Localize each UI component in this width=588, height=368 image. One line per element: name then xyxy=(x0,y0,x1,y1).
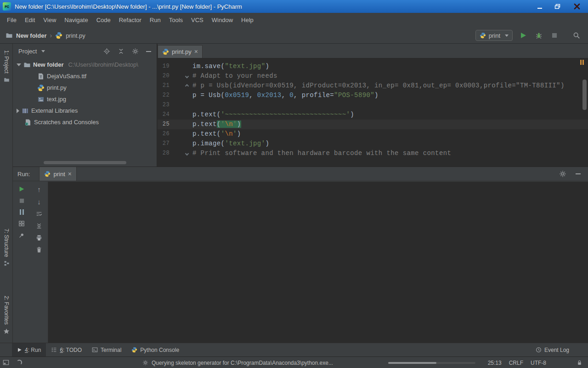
menu-help[interactable]: Help xyxy=(237,13,258,28)
settings-gear-icon[interactable] xyxy=(559,170,566,178)
star-icon xyxy=(3,328,10,334)
minimize-button[interactable] xyxy=(531,0,548,13)
pycharm-logo-icon: PC xyxy=(3,2,11,11)
fold-marker-icon[interactable] xyxy=(185,151,189,155)
menu-window[interactable]: Window xyxy=(208,13,237,28)
settings-gear-icon[interactable] xyxy=(132,48,139,55)
line-number: 22 xyxy=(158,91,170,100)
fold-marker-icon[interactable] xyxy=(185,74,189,78)
breadcrumb-folder[interactable]: New folder xyxy=(16,32,46,39)
editor-tab-print-py[interactable]: print.py xyxy=(158,45,203,58)
chevron-down-icon xyxy=(41,50,45,52)
soft-wrap-button[interactable] xyxy=(36,211,42,217)
restore-layout-button[interactable] xyxy=(18,220,25,227)
code-line[interactable]: 28# Print software and then hardware bar… xyxy=(158,149,588,156)
up-stack-trace-button[interactable]: ↑ xyxy=(37,186,41,193)
code-token: 0 xyxy=(289,92,294,99)
gutter xyxy=(170,100,192,110)
menu-navigate[interactable]: Navigate xyxy=(60,13,92,28)
rerun-button[interactable] xyxy=(18,186,25,192)
tree-row-dejavusans[interactable]: DejaVuSans.ttf xyxy=(13,70,157,82)
menu-view[interactable]: View xyxy=(39,13,60,28)
tree-row-text-jpg[interactable]: text.jpg xyxy=(13,93,157,105)
code-line[interactable]: 25p.text('\n') xyxy=(158,120,588,129)
console-output xyxy=(48,182,588,343)
hide-panel-button[interactable] xyxy=(576,173,581,174)
code-line[interactable]: 19im.save("text.jpg") xyxy=(158,62,588,71)
menu-vcs[interactable]: VCS xyxy=(187,13,208,28)
close-button[interactable] xyxy=(566,0,588,13)
menu-file[interactable]: File xyxy=(3,13,21,28)
toolwindow-todo-button[interactable]: 6: TODO xyxy=(46,343,87,356)
breadcrumb-file[interactable]: print.py xyxy=(66,32,85,39)
collapse-all-button[interactable] xyxy=(118,48,124,55)
tree-row-external-libraries[interactable]: External Libraries xyxy=(13,105,157,116)
editor-scrollbar[interactable] xyxy=(582,80,587,110)
toolwindow-python-console-button[interactable]: Python Console xyxy=(126,343,184,356)
code-line[interactable]: 27p.image('text.jpg') xyxy=(158,139,588,149)
tree-row-new-folder[interactable]: New folder C:\Users\Ibrohim\Desktop\ xyxy=(13,59,157,70)
error-stripe-marks xyxy=(580,60,584,65)
chevron-down-icon[interactable] xyxy=(17,63,21,66)
search-everywhere-icon[interactable] xyxy=(571,30,582,40)
toolwindow-run-button[interactable]: 4: Run xyxy=(12,343,46,356)
caret-position[interactable]: 25:13 xyxy=(488,360,502,366)
event-log-button[interactable]: Event Log xyxy=(531,343,574,356)
gutter xyxy=(170,120,192,129)
code-line[interactable]: 23 xyxy=(158,100,588,110)
file-encoding[interactable]: UTF-8 xyxy=(531,360,546,366)
stop-button[interactable] xyxy=(19,198,25,204)
menu-tools[interactable]: Tools xyxy=(165,13,187,28)
code-token: 0x0519 xyxy=(225,92,249,99)
clear-console-button[interactable] xyxy=(36,247,42,253)
code-text: im.save("text.jpg") xyxy=(192,62,269,71)
run-config-select[interactable]: print xyxy=(475,30,513,41)
pin-tab-button[interactable] xyxy=(18,232,25,239)
print-console-button[interactable] xyxy=(36,235,42,241)
lock-icon[interactable] xyxy=(577,360,582,366)
stripe-favorites-button[interactable]: 2: Favorites xyxy=(0,296,13,334)
stop-button[interactable] xyxy=(549,30,560,40)
code-line[interactable]: 24p.text('~~~~~~~~~~~~~~~~~~~~~~~~~~~~~~… xyxy=(158,110,588,120)
code-line[interactable]: 21# p = Usb(idVendor=0x0519, idProduct=0… xyxy=(158,81,588,91)
code-token: im.save( xyxy=(192,63,225,70)
tree-row-print-py[interactable]: print.py xyxy=(13,82,157,93)
tree-row-scratches[interactable]: Scratches and Consoles xyxy=(13,116,157,128)
code-token: p = Usb( xyxy=(192,92,225,99)
locate-file-button[interactable] xyxy=(103,48,110,55)
close-tab-icon[interactable] xyxy=(68,171,72,178)
pause-output-button[interactable] xyxy=(20,209,24,215)
folder-icon xyxy=(23,61,31,69)
code-area[interactable]: 19im.save("text.jpg")20# Adapt to your n… xyxy=(158,58,588,156)
run-button[interactable] xyxy=(518,30,528,40)
toolwindow-toggle-icon[interactable] xyxy=(3,359,9,366)
down-stack-trace-button[interactable]: ↓ xyxy=(37,198,41,205)
fold-marker-icon[interactable] xyxy=(185,84,189,87)
menu-edit[interactable]: Edit xyxy=(21,13,39,28)
stripe-project-button[interactable]: 1: Project xyxy=(0,50,13,83)
code-line[interactable]: 26p.text('\n') xyxy=(158,129,588,139)
code-line[interactable]: 22p = Usb(0x0519, 0x2013, 0, profile="PO… xyxy=(158,91,588,100)
menu-run[interactable]: Run xyxy=(146,13,165,28)
scroll-to-end-button[interactable] xyxy=(36,223,42,229)
close-tab-icon[interactable] xyxy=(194,48,198,55)
tree-label: DejaVuSans.ttf xyxy=(47,73,86,80)
code-token: p.image( xyxy=(192,140,225,147)
stripe-structure-button[interactable]: 7: Structure xyxy=(0,229,13,266)
progress-bar xyxy=(388,362,475,364)
line-separator[interactable]: CRLF xyxy=(509,360,523,366)
run-tab-print[interactable]: print xyxy=(39,167,76,181)
chevron-right-icon[interactable] xyxy=(17,109,19,113)
menu-code[interactable]: Code xyxy=(92,13,115,28)
code-line[interactable]: 20# Adapt to your needs xyxy=(158,71,588,81)
project-panel-title[interactable]: Project xyxy=(18,48,37,55)
maximize-button[interactable] xyxy=(548,0,566,13)
code-text: p.text('\n') xyxy=(192,120,241,129)
toolwindow-terminal-button[interactable]: Terminal xyxy=(87,343,126,356)
gutter xyxy=(170,62,192,71)
menu-refactor[interactable]: Refactor xyxy=(115,13,146,28)
horizontal-scrollbar[interactable] xyxy=(44,161,126,164)
debug-button[interactable] xyxy=(534,30,544,40)
pycharm-window: PC New folder [C:\Users\Ibrohim\Desktop\… xyxy=(0,0,588,368)
hide-panel-button[interactable] xyxy=(146,51,151,52)
